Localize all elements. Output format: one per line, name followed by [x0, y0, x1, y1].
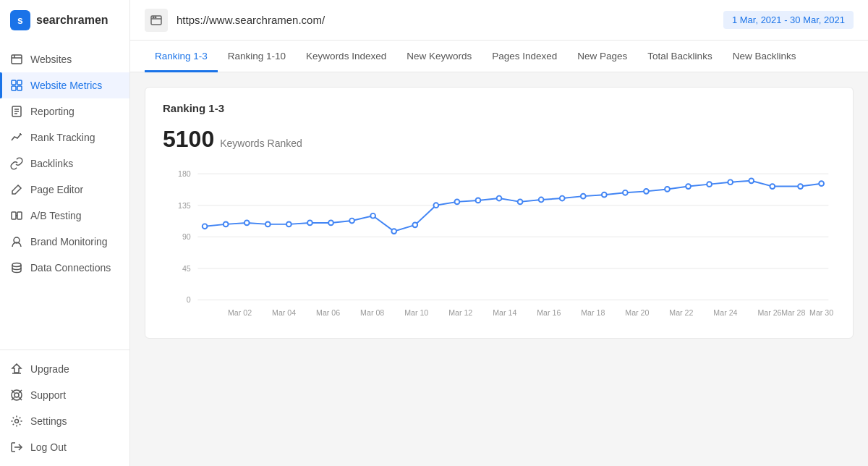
sidebar-label-log-out: Log Out [30, 441, 67, 453]
tab-new-pages[interactable]: New Pages [567, 41, 637, 72]
data-point [819, 181, 824, 186]
websites-icon [10, 53, 23, 66]
data-point [770, 184, 775, 189]
svg-text:180: 180 [178, 169, 191, 178]
data-point [707, 182, 712, 187]
header-url: https://www.searchramen.com/ [176, 14, 325, 26]
sidebar-label-upgrade: Upgrade [30, 363, 69, 375]
tab-ranking-1-3[interactable]: Ranking 1-3 [145, 41, 218, 72]
svg-text:Mar 02: Mar 02 [228, 308, 252, 317]
data-point [286, 221, 292, 226]
header-left: https://www.searchramen.com/ [145, 9, 325, 32]
svg-rect-13 [12, 212, 16, 219]
sidebar-item-websites[interactable]: Websites [0, 46, 129, 72]
data-connections-icon [10, 261, 23, 274]
svg-text:Mar 24: Mar 24 [713, 308, 737, 317]
header: https://www.searchramen.com/ 1 Mar, 2021… [130, 0, 868, 41]
sidebar-item-ab-testing[interactable]: A/B Testing [0, 203, 129, 229]
chart-stat: 5100 Keywords Ranked [163, 126, 835, 153]
data-point [560, 196, 565, 201]
tab-keywords-indexed[interactable]: Keywords Indexed [296, 41, 396, 72]
sidebar-item-log-out[interactable]: Log Out [0, 434, 129, 460]
svg-text:Mar 16: Mar 16 [537, 308, 561, 317]
sidebar-label-reporting: Reporting [30, 106, 75, 117]
data-point [224, 221, 229, 226]
svg-text:Mar 08: Mar 08 [360, 308, 384, 317]
svg-rect-3 [12, 80, 16, 85]
date-range-badge[interactable]: 1 Mar, 2021 - 30 Mar, 2021 [723, 11, 854, 29]
svg-text:Mar 20: Mar 20 [625, 308, 649, 317]
data-point [539, 198, 544, 203]
data-point [686, 184, 691, 189]
sidebar: s searchramen Websites [0, 0, 130, 466]
svg-rect-14 [17, 212, 22, 219]
svg-point-29 [153, 17, 153, 17]
tab-pages-indexed[interactable]: Pages Indexed [482, 41, 567, 72]
sidebar-label-websites: Websites [30, 54, 72, 65]
svg-text:Mar 14: Mar 14 [493, 308, 516, 317]
tab-ranking-1-10[interactable]: Ranking 1-10 [218, 41, 296, 72]
logo-icon: s [10, 10, 30, 30]
tab-total-backlinks[interactable]: Total Backlinks [637, 41, 722, 72]
chart-svg-container: 180 135 90 45 0 Mar 02 Mar 04 Mar 06 Mar… [163, 164, 835, 323]
svg-text:45: 45 [182, 264, 191, 273]
data-point [644, 189, 649, 194]
sidebar-item-website-metrics[interactable]: Website Metrics [0, 72, 129, 98]
sidebar-label-support: Support [30, 389, 66, 401]
upgrade-icon [10, 363, 23, 376]
data-point [476, 198, 481, 203]
data-point [412, 222, 417, 227]
svg-text:Mar 22: Mar 22 [669, 308, 693, 317]
svg-point-17 [12, 263, 21, 267]
svg-text:Mar 12: Mar 12 [448, 308, 472, 317]
svg-text:135: 135 [178, 201, 191, 210]
tabs-bar: Ranking 1-3 Ranking 1-10 Keywords Indexe… [130, 41, 868, 72]
sidebar-label-settings: Settings [30, 415, 67, 427]
sidebar-label-website-metrics: Website Metrics [30, 80, 102, 91]
data-point [728, 179, 733, 185]
sidebar-item-upgrade[interactable]: Upgrade [0, 356, 129, 382]
url-icon [145, 9, 168, 32]
tab-new-backlinks[interactable]: New Backlinks [723, 41, 807, 72]
sidebar-item-support[interactable]: Support [0, 382, 129, 408]
sidebar-item-settings[interactable]: Settings [0, 408, 129, 434]
sidebar-label-data-connections: Data Connections [30, 262, 111, 274]
data-point [602, 192, 607, 198]
svg-text:90: 90 [182, 232, 191, 241]
tab-new-keywords[interactable]: New Keywords [396, 41, 482, 72]
sidebar-label-page-editor: Page Editor [30, 184, 83, 195]
data-point [203, 224, 208, 229]
svg-point-30 [155, 17, 156, 17]
sidebar-label-brand-monitoring: Brand Monitoring [30, 236, 108, 247]
sidebar-item-reporting[interactable]: Reporting [0, 98, 129, 124]
svg-text:Mar 28: Mar 28 [781, 308, 805, 317]
data-point [497, 196, 502, 201]
chart-label: Keywords Ranked [220, 137, 302, 149]
sidebar-label-ab-testing: A/B Testing [30, 210, 82, 221]
data-point [581, 194, 586, 199]
svg-text:Mar 10: Mar 10 [404, 308, 428, 317]
logo: s searchramen [0, 0, 129, 41]
line-chart: 180 135 90 45 0 Mar 02 Mar 04 Mar 06 Mar… [163, 164, 835, 323]
sidebar-item-brand-monitoring[interactable]: Brand Monitoring [0, 229, 129, 255]
data-point [391, 229, 396, 234]
content-area: Ranking 1-3 5100 Keywords Ranked 180 135… [130, 72, 868, 466]
sidebar-label-rank-tracking: Rank Tracking [30, 132, 95, 143]
main-content: https://www.searchramen.com/ 1 Mar, 2021… [130, 0, 868, 466]
chart-card: Ranking 1-3 5100 Keywords Ranked 180 135… [145, 87, 854, 339]
svg-text:Mar 30: Mar 30 [809, 308, 833, 317]
website-metrics-icon [10, 79, 23, 92]
svg-rect-0 [12, 55, 22, 64]
svg-text:0: 0 [187, 295, 191, 304]
chart-title: Ranking 1-3 [163, 102, 835, 114]
svg-text:Mar 26: Mar 26 [757, 308, 781, 317]
sidebar-item-page-editor[interactable]: Page Editor [0, 177, 129, 203]
data-point [749, 178, 754, 183]
sidebar-item-rank-tracking[interactable]: Rank Tracking [0, 124, 129, 151]
data-point [665, 187, 670, 192]
sidebar-item-data-connections[interactable]: Data Connections [0, 255, 129, 281]
svg-text:Mar 04: Mar 04 [272, 308, 296, 317]
svg-text:Mar 18: Mar 18 [581, 308, 605, 317]
sidebar-item-backlinks[interactable]: Backlinks [0, 151, 129, 177]
data-point [265, 221, 271, 226]
